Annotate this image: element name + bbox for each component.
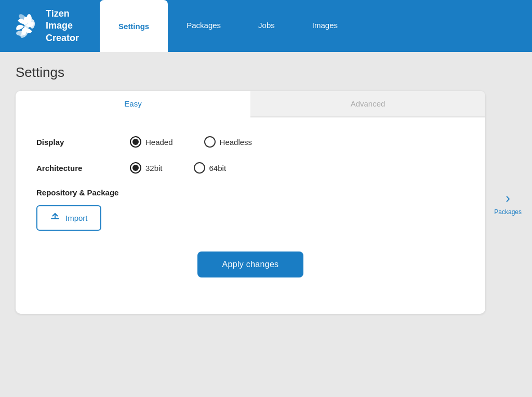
import-icon: [50, 211, 60, 224]
nav-tab-images[interactable]: Images: [294, 0, 356, 52]
display-headless-label: Headless: [220, 138, 252, 147]
repo-package-title: Repository & Package: [36, 188, 464, 197]
architecture-row: Architecture 32bit 64bit: [36, 162, 464, 174]
architecture-64bit-label: 64bit: [209, 164, 227, 173]
architecture-64bit-radio[interactable]: [194, 162, 205, 174]
display-label: Display: [36, 138, 130, 147]
display-headed-radio[interactable]: [130, 136, 141, 148]
svg-rect-6: [51, 218, 59, 219]
settings-card: Easy Advanced Display Headed Headless: [16, 91, 485, 314]
side-packages-label: Packages: [494, 208, 522, 216]
architecture-32bit-radio[interactable]: [130, 162, 141, 174]
display-headless-radio[interactable]: [204, 136, 216, 148]
architecture-32bit-label: 32bit: [145, 164, 163, 173]
app-header: Tizen Image Creator Settings Packages Jo…: [0, 0, 532, 52]
nav-tab-packages[interactable]: Packages: [168, 0, 240, 52]
apply-changes-button[interactable]: Apply changes: [197, 252, 304, 277]
repo-package-section: Repository & Package Import: [36, 188, 464, 231]
architecture-radio-group: 32bit 64bit: [130, 162, 226, 174]
tab-easy[interactable]: Easy: [16, 91, 250, 117]
architecture-64bit-option[interactable]: 64bit: [194, 162, 227, 174]
nav-tab-settings[interactable]: Settings: [100, 0, 168, 52]
import-button[interactable]: Import: [36, 205, 101, 231]
display-headed-option[interactable]: Headed: [130, 136, 173, 148]
main-nav: Settings Packages Jobs Images: [100, 0, 356, 52]
tizen-logo-icon: [10, 11, 39, 41]
logo-area: Tizen Image Creator: [10, 8, 79, 44]
app-name: Tizen Image Creator: [46, 8, 79, 44]
chevron-right-icon: ›: [506, 190, 510, 206]
apply-section: Apply changes: [36, 231, 464, 293]
tab-advanced[interactable]: Advanced: [250, 91, 485, 117]
side-packages-link[interactable]: › Packages: [494, 190, 522, 216]
import-button-label: Import: [65, 214, 88, 222]
display-radio-group: Headed Headless: [130, 136, 252, 148]
display-headed-label: Headed: [145, 138, 173, 147]
architecture-label: Architecture: [36, 164, 130, 173]
main-content: Settings Easy Advanced Display Headed: [0, 52, 532, 326]
page-title: Settings: [16, 64, 516, 81]
card-tabs: Easy Advanced: [16, 91, 485, 117]
nav-tab-jobs[interactable]: Jobs: [240, 0, 294, 52]
display-headless-option[interactable]: Headless: [204, 136, 252, 148]
architecture-32bit-option[interactable]: 32bit: [130, 162, 163, 174]
display-row: Display Headed Headless: [36, 136, 464, 148]
form-content: Display Headed Headless Architecture: [16, 117, 485, 314]
